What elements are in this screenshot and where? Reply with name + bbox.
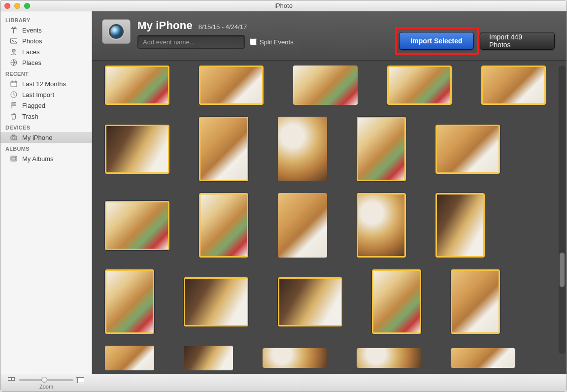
photo-thumbnail[interactable] xyxy=(372,269,421,334)
body: LIBRARYEventsPhotosFacesPlacesRECENTLast… xyxy=(0,11,567,374)
photo-thumbnail[interactable] xyxy=(184,277,248,327)
split-events-checkbox[interactable]: Split Events xyxy=(250,38,294,46)
vertical-scrollbar[interactable] xyxy=(559,65,566,354)
sidebar-item-photos[interactable]: Photos xyxy=(0,35,92,46)
zoom-knob[interactable] xyxy=(41,377,47,383)
sidebar-section-title: DEVICES xyxy=(0,122,92,132)
import-all-button[interactable]: Import 449 Photos xyxy=(480,32,555,50)
main-content: My iPhone 8/15/15 - 4/24/17 Split Events… xyxy=(92,11,567,374)
photo-thumbnail[interactable] xyxy=(105,125,169,174)
photo-row xyxy=(105,193,554,258)
sidebar-item-label: Faces xyxy=(22,48,39,56)
svg-rect-13 xyxy=(12,157,16,160)
photo-thumbnail[interactable] xyxy=(435,125,500,174)
photo-thumbnail[interactable] xyxy=(105,346,154,370)
photo-thumbnail[interactable] xyxy=(105,201,169,250)
palm-icon xyxy=(9,26,18,34)
sidebar-item-last-import[interactable]: Last Import xyxy=(0,89,92,100)
photo-thumbnail[interactable] xyxy=(451,348,515,368)
sidebar-item-label: Flagged xyxy=(22,102,45,109)
scrollbar-thumb[interactable] xyxy=(560,253,565,287)
import-selected-button[interactable]: Import Selected xyxy=(399,32,474,50)
photo-grid-wrap xyxy=(92,61,567,374)
window-title: iPhoto xyxy=(0,2,567,9)
sidebar-item-events[interactable]: Events xyxy=(0,25,92,35)
zoom-track[interactable] xyxy=(19,379,73,381)
photo-thumbnail[interactable] xyxy=(357,348,421,368)
sidebar-item-faces[interactable]: Faces xyxy=(0,46,92,57)
zoom-out-icon[interactable] xyxy=(7,377,16,384)
photo-thumbnail[interactable] xyxy=(481,65,546,105)
svg-point-2 xyxy=(12,49,15,52)
photo-thumbnail[interactable] xyxy=(278,193,327,258)
photo-thumbnail[interactable] xyxy=(293,65,358,105)
photo-row xyxy=(105,346,554,370)
photo-row xyxy=(105,269,554,334)
photo-thumbnail[interactable] xyxy=(184,346,233,370)
zoom-in-icon[interactable] xyxy=(76,377,85,384)
sidebar-section-title: LIBRARY xyxy=(0,14,92,25)
trash-icon xyxy=(9,112,18,120)
svg-rect-4 xyxy=(11,81,17,87)
sidebar-section-title: ALBUMS xyxy=(0,143,92,153)
photo-thumbnail[interactable] xyxy=(451,269,500,334)
sidebar-item-label: My iPhone xyxy=(22,134,52,141)
album-icon xyxy=(9,155,18,163)
sidebar: LIBRARYEventsPhotosFacesPlacesRECENTLast… xyxy=(0,11,92,374)
photo-row xyxy=(105,65,554,105)
sidebar-item-label: Last 12 Months xyxy=(22,80,66,88)
sidebar-item-last-12-months[interactable]: Last 12 Months xyxy=(0,78,92,89)
sidebar-item-flagged[interactable]: Flagged xyxy=(0,100,92,111)
photo-thumbnail[interactable] xyxy=(435,193,485,258)
device-title: My iPhone xyxy=(137,19,193,32)
sidebar-item-my-iphone[interactable]: My iPhone xyxy=(0,132,92,143)
sidebar-item-my-albums[interactable]: My Albums xyxy=(0,153,92,164)
photo-thumbnail[interactable] xyxy=(199,193,248,258)
flag-icon xyxy=(9,101,18,109)
photo-thumbnail[interactable] xyxy=(105,269,154,334)
photo-thumbnail[interactable] xyxy=(357,193,406,258)
sidebar-item-places[interactable]: Places xyxy=(0,57,92,68)
photo-row xyxy=(105,117,554,181)
titlebar: iPhoto xyxy=(0,0,567,11)
svg-rect-0 xyxy=(11,38,17,43)
sidebar-item-label: Trash xyxy=(22,113,38,120)
photo-thumbnail[interactable] xyxy=(278,117,327,181)
window-controls xyxy=(4,3,30,9)
title-block: My iPhone 8/15/15 - 4/24/17 Split Events xyxy=(137,19,294,49)
zoom-slider[interactable] xyxy=(7,377,85,384)
import-toolbar: My iPhone 8/15/15 - 4/24/17 Split Events… xyxy=(92,11,567,61)
split-events-label: Split Events xyxy=(260,38,294,46)
photo-thumbnail[interactable] xyxy=(357,117,406,181)
photo-thumbnail[interactable] xyxy=(105,65,169,105)
sidebar-item-label: Photos xyxy=(22,37,42,45)
sidebar-item-label: Last Import xyxy=(22,91,54,98)
calendar-icon xyxy=(9,80,18,88)
photo-thumbnail[interactable] xyxy=(387,65,452,105)
svg-rect-11 xyxy=(12,135,14,136)
photo-icon xyxy=(9,37,18,45)
sidebar-item-label: Events xyxy=(22,27,42,34)
zoom-window-button[interactable] xyxy=(24,3,30,9)
zoom-label: Zoom xyxy=(39,384,53,390)
date-range: 8/15/15 - 4/24/17 xyxy=(199,23,247,31)
photo-thumbnail[interactable] xyxy=(199,117,248,181)
minimize-button[interactable] xyxy=(14,3,20,9)
toolbar-buttons: Import Selected Import 449 Photos xyxy=(399,32,555,50)
photo-grid xyxy=(92,61,567,374)
photo-thumbnail[interactable] xyxy=(278,277,342,327)
photo-thumbnail[interactable] xyxy=(263,348,327,368)
sidebar-item-trash[interactable]: Trash xyxy=(0,111,92,122)
camera-icon xyxy=(102,19,131,44)
clock-icon xyxy=(9,91,18,98)
footer: Zoom xyxy=(0,374,567,392)
globe-icon xyxy=(9,59,18,66)
camera-icon xyxy=(9,133,18,141)
photo-thumbnail[interactable] xyxy=(199,65,264,105)
sidebar-section-title: RECENT xyxy=(0,68,92,78)
sidebar-item-label: My Albums xyxy=(22,155,54,163)
event-name-input[interactable] xyxy=(137,35,245,49)
close-button[interactable] xyxy=(4,3,10,9)
app-window: iPhoto LIBRARYEventsPhotosFacesPlacesREC… xyxy=(0,0,567,392)
svg-point-10 xyxy=(13,137,15,139)
